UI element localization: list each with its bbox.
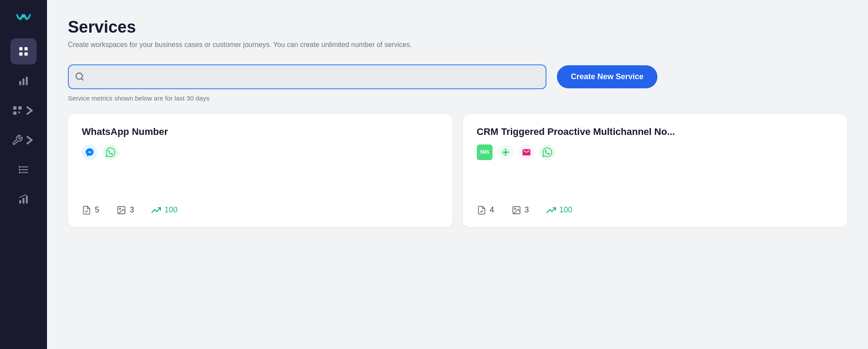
card-1-icons	[82, 144, 439, 160]
card-2-trend-stat: 100	[546, 205, 573, 215]
svg-rect-8	[13, 106, 17, 110]
cards-grid: WhatsApp Number	[68, 114, 847, 227]
svg-rect-3	[19, 52, 23, 56]
search-icon	[75, 72, 84, 81]
card-2-trend-value: 100	[560, 205, 573, 215]
images-icon-2	[512, 205, 521, 215]
card-1-stats: 5 3	[82, 205, 439, 215]
svg-point-15	[19, 166, 20, 167]
card-1-title: WhatsApp Number	[82, 126, 439, 138]
sidebar-item-widgets[interactable]	[6, 97, 41, 124]
sms-icon: SMS	[477, 144, 493, 160]
card-2-flows-stat: 4	[477, 205, 494, 215]
page-subtitle: Create workspaces for your business case…	[68, 41, 847, 49]
svg-rect-10	[13, 111, 17, 115]
svg-rect-9	[18, 106, 22, 110]
svg-point-28	[502, 151, 504, 153]
svg-point-17	[19, 172, 20, 173]
main-content: Services Create workspaces for your busi…	[47, 0, 868, 349]
email-icon	[519, 144, 534, 160]
sidebar	[0, 0, 47, 349]
search-input[interactable]	[68, 64, 546, 89]
svg-rect-4	[24, 52, 28, 56]
svg-point-33	[506, 153, 508, 155]
card-1-flows-stat: 5	[82, 205, 99, 215]
card-2-title: CRM Triggered Proactive Multichannel No.…	[477, 126, 834, 138]
images-icon	[117, 205, 126, 215]
svg-point-35	[514, 208, 516, 209]
svg-point-26	[504, 148, 506, 151]
svg-point-0	[13, 8, 34, 30]
search-wrapper	[68, 64, 546, 89]
whatsapp-icon-2	[540, 144, 555, 160]
trend-up-icon-2	[546, 205, 556, 215]
svg-point-31	[506, 150, 508, 151]
svg-point-24	[119, 208, 121, 209]
messenger-icon	[82, 144, 97, 160]
svg-point-29	[507, 151, 509, 153]
page-title: Services	[68, 17, 847, 37]
card-2-images-stat: 3	[512, 205, 529, 215]
card-2-images-value: 3	[525, 205, 529, 215]
service-card-1[interactable]: WhatsApp Number	[68, 114, 452, 227]
svg-point-27	[504, 154, 506, 156]
metrics-note: Service metrics shown below are for last…	[68, 94, 847, 102]
svg-line-22	[81, 78, 83, 80]
svg-point-16	[19, 169, 20, 170]
svg-rect-2	[24, 47, 28, 50]
flows-icon	[82, 205, 91, 215]
svg-rect-1	[19, 47, 23, 50]
logo[interactable]	[11, 7, 36, 31]
svg-rect-7	[26, 77, 27, 85]
svg-rect-6	[23, 79, 24, 85]
search-row: Create New Service	[68, 64, 847, 89]
flows-icon-2	[477, 205, 486, 215]
card-2-flows-value: 4	[490, 205, 494, 215]
card-2-stats: 4 3	[477, 205, 834, 215]
crm-icon	[498, 144, 513, 160]
svg-rect-20	[26, 195, 27, 203]
sidebar-item-analytics[interactable]	[10, 68, 37, 94]
svg-rect-11	[18, 111, 20, 113]
card-1-images-value: 3	[130, 205, 134, 215]
svg-rect-19	[23, 198, 24, 204]
sidebar-item-dashboard[interactable]	[10, 38, 37, 64]
svg-point-32	[503, 153, 505, 155]
card-2-icons: SMS	[477, 144, 834, 160]
whatsapp-icon	[103, 144, 118, 160]
sidebar-item-tools[interactable]	[6, 127, 41, 153]
card-1-trend-stat: 100	[151, 205, 178, 215]
trend-up-icon	[151, 205, 161, 215]
sidebar-item-campaigns[interactable]	[10, 157, 37, 183]
card-1-flows-value: 5	[95, 205, 99, 215]
svg-rect-18	[19, 200, 21, 204]
sidebar-item-reports[interactable]	[10, 186, 37, 212]
card-1-images-stat: 3	[117, 205, 134, 215]
svg-point-25	[504, 151, 507, 154]
card-1-trend-value: 100	[164, 205, 178, 215]
service-card-2[interactable]: CRM Triggered Proactive Multichannel No.…	[463, 114, 848, 227]
svg-point-30	[503, 150, 505, 151]
create-new-service-button[interactable]: Create New Service	[557, 65, 657, 88]
svg-rect-5	[19, 81, 21, 85]
